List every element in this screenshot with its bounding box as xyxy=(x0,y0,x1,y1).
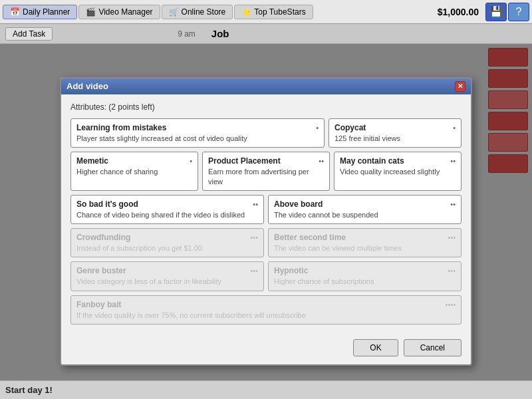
daily-planner-label: Daily Planner xyxy=(23,7,70,17)
top-tubestars-button[interactable]: ⭐ Top TubeStars xyxy=(234,5,313,19)
attr-dots-memetic: • xyxy=(190,157,192,165)
video-manager-button[interactable]: 🎬 Video Manager xyxy=(78,5,160,19)
status-bar: Start day 1! xyxy=(0,380,532,399)
online-store-button[interactable]: 🛒 Online Store xyxy=(162,5,233,19)
attr-dots-above-board: •• xyxy=(450,200,456,208)
attr-card-header: So bad it's good •• xyxy=(76,200,258,209)
attr-card-header: Fanboy bait •••• xyxy=(76,300,456,309)
attr-title-memetic: Memetic xyxy=(76,156,108,166)
attr-card-header: Above board •• xyxy=(274,200,456,209)
attr-title-hypnotic: Hypnotic xyxy=(274,266,308,275)
attr-card-so-bad-its-good[interactable]: So bad it's good •• Chance of video bein… xyxy=(70,195,264,224)
attr-title-may-contain-cats: May contain cats xyxy=(340,156,404,166)
attr-dots-better-second-time: ••• xyxy=(448,233,456,241)
attr-card-memetic[interactable]: Memetic • Higher chance of sharing xyxy=(70,152,198,191)
top-tubestars-label: Top TubeStars xyxy=(254,7,305,17)
star-icon: ⭐ xyxy=(241,7,251,17)
attr-title-genre-buster: Genre buster xyxy=(76,266,126,275)
attr-card-header: Better second time ••• xyxy=(274,233,456,242)
attr-dots-may-contain-cats: •• xyxy=(450,157,456,165)
attr-title-copycat: Copycat xyxy=(334,123,366,132)
attr-row-3: Crowdfunding ••• Instead of a subscripti… xyxy=(70,228,462,257)
cancel-button[interactable]: Cancel xyxy=(404,339,462,356)
attr-dots-fanboy-bait: •••• xyxy=(446,301,456,309)
attr-dots-hypnotic: ••• xyxy=(448,267,456,275)
attr-title-crowdfunding: Crowdfunding xyxy=(76,233,130,242)
attr-card-genre-buster: Genre buster ••• Video category is less … xyxy=(70,261,264,291)
attributes-grid: Learning from mistakes • Player stats sl… xyxy=(70,118,462,325)
attr-card-fanboy-bait: Fanboy bait •••• If the video quality is… xyxy=(70,295,462,325)
dialog-title-bar: Add video ✕ xyxy=(61,78,471,94)
attr-dots-so-bad-its-good: •• xyxy=(253,200,258,208)
attr-row-2: So bad it's good •• Chance of video bein… xyxy=(70,195,462,224)
attr-card-header: Learning from mistakes • xyxy=(76,123,319,132)
attr-desc-copycat: 125 free initial views xyxy=(334,134,456,143)
attr-card-above-board[interactable]: Above board •• The video cannot be suspe… xyxy=(268,195,462,224)
online-store-label: Online Store xyxy=(182,7,226,17)
attr-desc-hypnotic: Higher chance of subscriptions xyxy=(274,277,456,286)
attr-card-hypnotic: Hypnotic ••• Higher chance of subscripti… xyxy=(268,261,462,291)
time-label: 9 am xyxy=(178,29,196,39)
attr-card-learning-from-mistakes[interactable]: Learning from mistakes • Player stats sl… xyxy=(70,118,325,148)
ok-button[interactable]: OK xyxy=(353,339,398,356)
modal-overlay: Add video ✕ Attributes: (2 points left) … xyxy=(0,44,532,399)
dialog-close-button[interactable]: ✕ xyxy=(455,81,466,92)
attr-title-better-second-time: Better second time xyxy=(274,233,346,242)
attr-title-above-board: Above board xyxy=(274,200,323,209)
attr-row-0: Learning from mistakes • Player stats sl… xyxy=(70,118,462,148)
attr-title-learning: Learning from mistakes xyxy=(76,123,166,132)
toolbar: 📅 Daily Planner 🎬 Video Manager 🛒 Online… xyxy=(0,0,532,24)
add-task-button[interactable]: Add Task xyxy=(5,27,53,41)
attr-desc-learning: Player stats slightly increased at cost … xyxy=(76,134,319,143)
attr-card-header: Hypnotic ••• xyxy=(274,266,456,275)
attr-card-product-placement[interactable]: Product Placement •• Earn more from adve… xyxy=(202,152,330,191)
attr-desc-above-board: The video cannot be suspended xyxy=(274,210,456,219)
attr-dots-copycat: • xyxy=(453,124,456,132)
attr-desc-may-contain-cats: Video quality increased slightly xyxy=(340,167,456,176)
main-area: Add video ✕ Attributes: (2 points left) … xyxy=(0,44,532,399)
close-icon: ✕ xyxy=(458,82,463,90)
attributes-label: Attributes: (2 points left) xyxy=(70,102,462,112)
save-button[interactable]: 💾 xyxy=(485,3,507,21)
attr-card-header: Copycat • xyxy=(334,123,456,132)
attr-desc-crowdfunding: Instead of a subscription you get $1.00 xyxy=(76,243,258,253)
secondary-bar: Add Task 9 am Job xyxy=(0,24,532,44)
attr-row-4: Genre buster ••• Video category is less … xyxy=(70,261,462,291)
attr-desc-memetic: Higher chance of sharing xyxy=(76,167,192,176)
attr-desc-fanboy-bait: If the video quality is over 75%, no cur… xyxy=(76,311,456,320)
dialog-footer: OK Cancel xyxy=(61,332,471,364)
attr-card-may-contain-cats[interactable]: May contain cats •• Video quality increa… xyxy=(334,152,462,191)
calendar-icon: 📅 xyxy=(10,7,20,17)
attr-dots-crowdfunding: ••• xyxy=(250,233,258,241)
add-video-dialog: Add video ✕ Attributes: (2 points left) … xyxy=(60,77,472,366)
dialog-title: Add video xyxy=(66,81,108,91)
attr-row-1: Memetic • Higher chance of sharing Produ… xyxy=(70,152,462,191)
attr-dots-genre-buster: ••• xyxy=(250,267,258,275)
attr-desc-better-second-time: The video can be viewed multiple times xyxy=(274,243,456,253)
attr-card-header: Memetic • xyxy=(76,156,192,166)
attr-desc-genre-buster: Video category is less of a factor in li… xyxy=(76,277,258,286)
attr-card-header: Crowdfunding ••• xyxy=(76,233,258,242)
attr-row-5: Fanboy bait •••• If the video quality is… xyxy=(70,295,462,325)
help-icon: ? xyxy=(516,6,522,18)
attr-card-header: May contain cats •• xyxy=(340,156,456,166)
shop-icon: 🛒 xyxy=(169,7,179,17)
help-button[interactable]: ? xyxy=(508,3,529,21)
attr-card-better-second-time: Better second time ••• The video can be … xyxy=(268,228,462,257)
job-label: Job xyxy=(211,28,229,39)
dialog-body: Attributes: (2 points left) Learning fro… xyxy=(61,94,471,332)
attr-desc-so-bad-its-good: Chance of video being shared if the vide… xyxy=(76,210,258,219)
attr-title-product-placement: Product Placement xyxy=(208,156,281,166)
attr-card-crowdfunding: Crowdfunding ••• Instead of a subscripti… xyxy=(70,228,264,257)
attr-dots-learning: • xyxy=(316,124,319,132)
status-text: Start day 1! xyxy=(5,385,53,395)
attr-desc-product-placement: Earn more from advertising per view xyxy=(208,167,324,186)
save-icon: 💾 xyxy=(489,5,503,18)
video-manager-label: Video Manager xyxy=(98,7,152,17)
attr-card-header: Genre buster ••• xyxy=(76,266,258,275)
attr-card-header: Product Placement •• xyxy=(208,156,324,166)
daily-planner-button[interactable]: 📅 Daily Planner xyxy=(3,5,77,19)
video-icon: 🎬 xyxy=(86,7,96,17)
attr-card-copycat[interactable]: Copycat • 125 free initial views xyxy=(329,118,462,148)
money-display: $1,000.00 xyxy=(438,7,479,17)
